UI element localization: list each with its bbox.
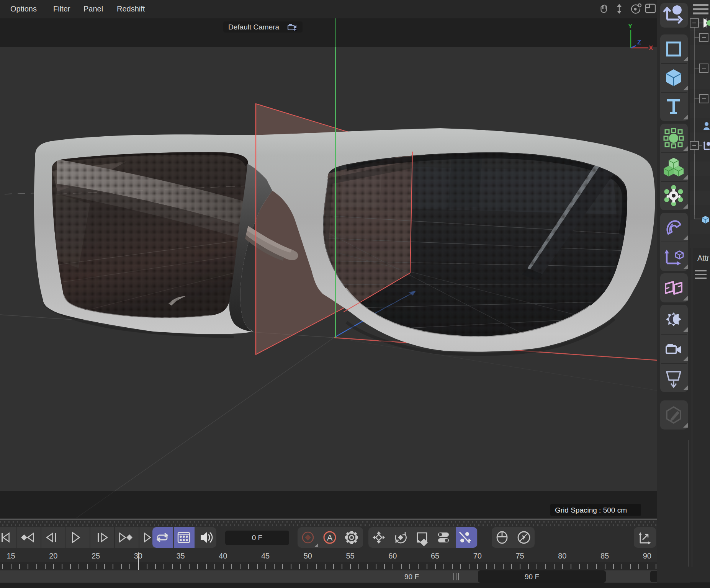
svg-text:Attr: Attr [697,254,709,262]
svg-text:Grid Spacing : 500 cm: Grid Spacing : 500 cm [555,506,627,514]
svg-text:Y: Y [628,23,633,30]
svg-text:Z: Z [637,39,641,46]
svg-text:Default Camera: Default Camera [228,23,279,31]
svg-text:X: X [649,44,653,52]
svg-text:A: A [327,533,333,542]
